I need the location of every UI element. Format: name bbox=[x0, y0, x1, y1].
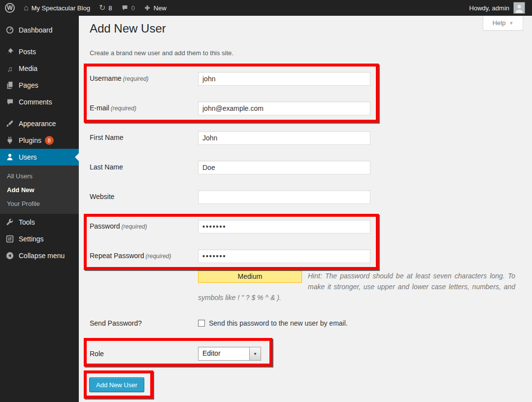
main-content: Help ▼ Add New User Create a brand new u… bbox=[79, 16, 532, 402]
sidebar-item-dashboard[interactable]: Dashboard bbox=[0, 22, 79, 38]
email-label: E-mail(required) bbox=[90, 104, 196, 112]
label-text: Website bbox=[90, 193, 114, 201]
chevron-down-icon: ▼ bbox=[509, 21, 513, 26]
sidebar-item-plugins[interactable]: Plugins 8 bbox=[0, 132, 79, 149]
admin-bar: W ⌂ My Spectacular Blog ↻ 8 0 New Howdy,… bbox=[0, 0, 532, 16]
sidebar-separator bbox=[0, 110, 79, 115]
site-name-link[interactable]: ⌂ My Spectacular Blog bbox=[24, 4, 90, 12]
account-menu[interactable]: Howdy, admin bbox=[469, 2, 525, 14]
sidebar-item-label: Users bbox=[19, 153, 37, 161]
sidebar-item-label: Plugins bbox=[19, 136, 41, 144]
sidebar-item-label: Appearance bbox=[19, 120, 56, 128]
sidebar-item-label: Pages bbox=[19, 81, 38, 89]
required-hint: (required) bbox=[111, 105, 136, 112]
send-password-label: Send Password? bbox=[90, 319, 196, 327]
label-text: Last Name bbox=[90, 163, 123, 171]
sidebar-item-label: Collapse menu bbox=[19, 252, 65, 260]
required-hint: (required) bbox=[146, 253, 171, 260]
site-name: My Spectacular Blog bbox=[32, 4, 90, 12]
users-icon bbox=[5, 152, 15, 162]
password-label: Password(required) bbox=[90, 222, 196, 230]
new-content-link[interactable]: New bbox=[144, 4, 166, 12]
submenu-item-all-users[interactable]: All Users bbox=[0, 169, 79, 183]
role-select[interactable]: Editor ▼ bbox=[198, 347, 261, 361]
page-title: Add New User bbox=[90, 22, 166, 35]
website-label: Website bbox=[90, 193, 196, 201]
update-count: 8 bbox=[108, 4, 112, 12]
sidebar-item-label: Dashboard bbox=[19, 26, 53, 34]
last-name-input[interactable] bbox=[198, 161, 370, 174]
password-meta: Medium Hint: The password should be at l… bbox=[198, 270, 515, 303]
appearance-brush-icon bbox=[5, 119, 15, 129]
comment-count: 0 bbox=[132, 4, 135, 12]
comments-link[interactable]: 0 bbox=[121, 4, 135, 12]
sidebar-item-settings[interactable]: Settings bbox=[0, 231, 79, 247]
posts-pin-icon bbox=[5, 47, 15, 57]
select-dropdown-arrow-icon: ▼ bbox=[249, 347, 261, 360]
label-text: Username bbox=[90, 74, 122, 82]
sidebar-item-label: Tools bbox=[19, 218, 35, 226]
help-label: Help bbox=[493, 19, 506, 27]
users-submenu: All Users Add New Your Profile bbox=[0, 166, 79, 214]
username-label: Username(required) bbox=[90, 74, 196, 82]
sidebar-item-users[interactable]: Users bbox=[0, 149, 79, 166]
label-text: E-mail bbox=[90, 104, 109, 112]
label-text: Password bbox=[90, 222, 120, 230]
sidebar-item-label: Settings bbox=[19, 235, 44, 243]
add-new-user-button[interactable]: Add New User bbox=[89, 377, 144, 392]
repeat-password-input[interactable] bbox=[198, 249, 370, 263]
last-name-label: Last Name bbox=[90, 163, 196, 171]
sidebar-item-label: Posts bbox=[19, 48, 36, 56]
sidebar-item-comments[interactable]: Comments bbox=[0, 94, 79, 110]
role-label: Role bbox=[90, 350, 196, 358]
username-input[interactable] bbox=[198, 72, 370, 86]
sidebar-separator bbox=[0, 38, 79, 43]
required-hint: (required) bbox=[121, 223, 147, 230]
plus-icon bbox=[144, 4, 151, 11]
sidebar-item-label: Media bbox=[19, 65, 37, 72]
label-text: Repeat Password bbox=[90, 252, 144, 260]
sidebar-item-appearance[interactable]: Appearance bbox=[0, 115, 79, 132]
avatar bbox=[513, 2, 525, 14]
send-password-row: Send this password to the new user by em… bbox=[198, 319, 348, 327]
home-icon: ⌂ bbox=[24, 4, 29, 12]
send-password-text: Send this password to the new user by em… bbox=[209, 319, 348, 327]
settings-sliders-icon bbox=[5, 234, 15, 244]
plugins-update-badge: 8 bbox=[45, 136, 54, 145]
sidebar-item-label: Comments bbox=[19, 98, 52, 106]
first-name-label: First Name bbox=[90, 134, 196, 141]
media-icon: ♫ bbox=[5, 64, 15, 73]
page-subtitle: Create a brand new user and add them to … bbox=[90, 49, 233, 57]
role-selected-value: Editor bbox=[199, 347, 249, 360]
first-name-input[interactable] bbox=[198, 131, 370, 145]
help-tab-button[interactable]: Help ▼ bbox=[483, 16, 523, 31]
label-text: First Name bbox=[90, 134, 123, 141]
plugins-plug-icon bbox=[5, 135, 15, 145]
send-password-checkbox[interactable] bbox=[198, 320, 205, 327]
submenu-item-your-profile[interactable]: Your Profile bbox=[0, 197, 79, 211]
sidebar-item-pages[interactable]: Pages bbox=[0, 77, 79, 94]
wordpress-menu[interactable]: W bbox=[5, 3, 15, 13]
updates-icon: ↻ bbox=[99, 4, 105, 12]
repeat-password-label: Repeat Password(required) bbox=[90, 252, 196, 260]
howdy-text: Howdy, admin bbox=[469, 4, 509, 12]
sidebar-item-tools[interactable]: Tools bbox=[0, 214, 79, 231]
submenu-item-add-new[interactable]: Add New bbox=[0, 183, 79, 197]
sidebar: Dashboard Posts ♫ Media Pages Comments A… bbox=[0, 16, 79, 402]
sidebar-item-posts[interactable]: Posts bbox=[0, 43, 79, 60]
sidebar-item-collapse-menu[interactable]: Collapse menu bbox=[0, 247, 79, 264]
email-field[interactable] bbox=[198, 101, 370, 115]
collapse-arrow-icon bbox=[5, 251, 15, 261]
updates-link[interactable]: ↻ 8 bbox=[99, 4, 112, 12]
required-hint: (required) bbox=[123, 75, 149, 82]
website-input[interactable] bbox=[198, 190, 370, 204]
pages-icon bbox=[5, 80, 15, 90]
wordpress-logo-icon: W bbox=[5, 3, 15, 13]
comments-bubble-icon bbox=[121, 4, 129, 11]
dashboard-icon bbox=[5, 25, 15, 35]
password-strength-meter: Medium bbox=[198, 270, 302, 283]
comments-icon bbox=[5, 97, 15, 107]
sidebar-item-media[interactable]: ♫ Media bbox=[0, 60, 79, 77]
label-text: Role bbox=[90, 350, 104, 358]
password-input[interactable] bbox=[198, 220, 370, 234]
